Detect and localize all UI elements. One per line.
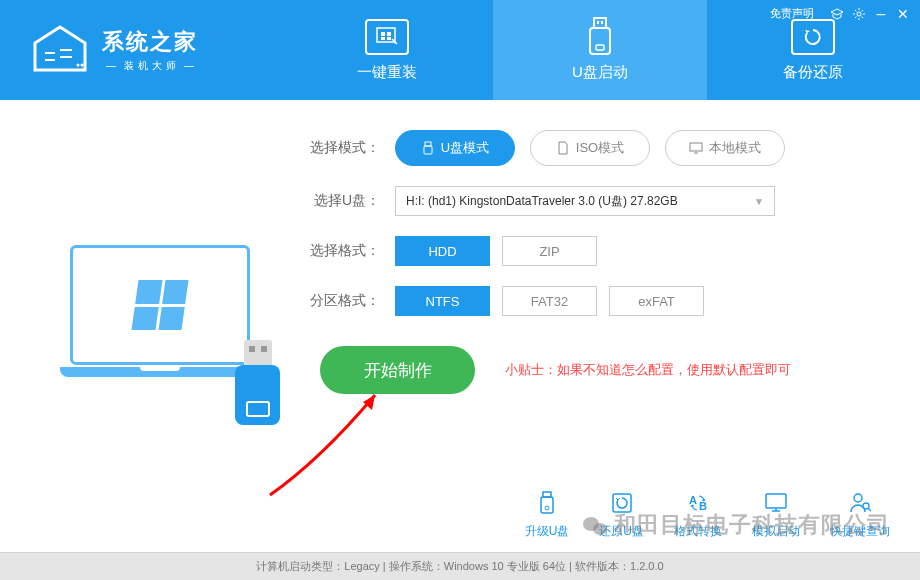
tab-reinstall[interactable]: 一键重装: [280, 0, 493, 100]
graduation-icon[interactable]: [830, 7, 844, 21]
svg-point-19: [854, 494, 862, 502]
form-area: 选择模式： U盘模式 ISO模式 本地模式 选择U盘： H:I: (hd1): [280, 130, 880, 510]
mode-usb[interactable]: U盘模式: [395, 130, 515, 166]
link-upgrade-usb[interactable]: 升级U盘: [525, 489, 570, 540]
svg-point-0: [77, 64, 80, 67]
svg-rect-10: [424, 146, 432, 154]
partition-ntfs[interactable]: NTFS: [395, 286, 490, 316]
format-zip[interactable]: ZIP: [502, 236, 597, 266]
svg-rect-15: [613, 494, 631, 512]
svg-point-1: [81, 64, 84, 67]
usb-icon: [421, 141, 435, 155]
monitor-icon: [689, 141, 703, 155]
file-icon: [556, 141, 570, 155]
svg-point-14: [545, 506, 549, 510]
format-label: 选择格式：: [300, 242, 380, 260]
mode-local[interactable]: 本地模式: [665, 130, 785, 166]
app-header: 系统之家 装机大师 一键重装 U盘启动 备份还原 免责声明 – ✕: [0, 0, 920, 100]
svg-rect-13: [541, 497, 553, 513]
bottom-links: 升级U盘 还原U盘 AB 格式转换 模拟启动 快捷键查询: [525, 489, 890, 540]
svg-rect-3: [594, 18, 606, 28]
illustration: [40, 130, 280, 510]
status-text: 计算机启动类型：Legacy | 操作系统：Windows 10 专业版 64位…: [256, 559, 663, 574]
svg-rect-11: [690, 143, 702, 151]
main-content: 选择模式： U盘模式 ISO模式 本地模式 选择U盘： H:I: (hd1): [0, 100, 920, 520]
logo-title: 系统之家: [102, 27, 202, 57]
mode-label: 选择模式：: [300, 139, 380, 157]
dropdown-arrow-icon: ▼: [754, 196, 764, 207]
link-simulate-boot[interactable]: 模拟启动: [752, 489, 800, 540]
tip-text: 小贴士：如果不知道怎么配置，使用默认配置即可: [505, 361, 791, 379]
minimize-button[interactable]: –: [874, 7, 888, 21]
app-logo-icon: [30, 25, 90, 75]
restore-icon: [608, 489, 636, 517]
convert-icon: AB: [684, 489, 712, 517]
logo-area: 系统之家 装机大师: [0, 25, 280, 75]
svg-rect-18: [766, 494, 786, 508]
usb-upgrade-icon: [533, 489, 561, 517]
disk-label: 选择U盘：: [300, 192, 380, 210]
close-button[interactable]: ✕: [896, 7, 910, 21]
svg-rect-4: [597, 21, 599, 24]
partition-fat32[interactable]: FAT32: [502, 286, 597, 316]
mode-iso[interactable]: ISO模式: [530, 130, 650, 166]
tab-usb-boot[interactable]: U盘启动: [493, 0, 706, 100]
window-controls: 免责声明 – ✕: [770, 6, 910, 21]
logo-subtitle: 装机大师: [102, 59, 202, 73]
link-format-convert[interactable]: AB 格式转换: [674, 489, 722, 540]
status-bar: 计算机启动类型：Legacy | 操作系统：Windows 10 专业版 64位…: [0, 552, 920, 580]
settings-icon[interactable]: [852, 7, 866, 21]
partition-label: 分区格式：: [300, 292, 380, 310]
tab-usb-boot-label: U盘启动: [572, 63, 628, 82]
start-button[interactable]: 开始制作: [320, 346, 475, 394]
svg-text:A: A: [689, 494, 697, 506]
link-hotkey-query[interactable]: 快捷键查询: [830, 489, 890, 540]
monitor-icon: [762, 489, 790, 517]
svg-rect-5: [601, 21, 603, 24]
disclaimer-link[interactable]: 免责声明: [770, 6, 814, 21]
tab-reinstall-label: 一键重装: [357, 63, 417, 82]
format-hdd[interactable]: HDD: [395, 236, 490, 266]
link-restore-usb[interactable]: 还原U盘: [599, 489, 644, 540]
svg-point-8: [857, 12, 861, 16]
disk-select[interactable]: H:I: (hd1) KingstonDataTraveler 3.0 (U盘)…: [395, 186, 775, 216]
svg-text:B: B: [699, 500, 707, 512]
partition-exfat[interactable]: exFAT: [609, 286, 704, 316]
tab-backup-label: 备份还原: [783, 63, 843, 82]
svg-rect-7: [596, 45, 604, 50]
person-search-icon: [846, 489, 874, 517]
svg-rect-9: [425, 142, 431, 146]
